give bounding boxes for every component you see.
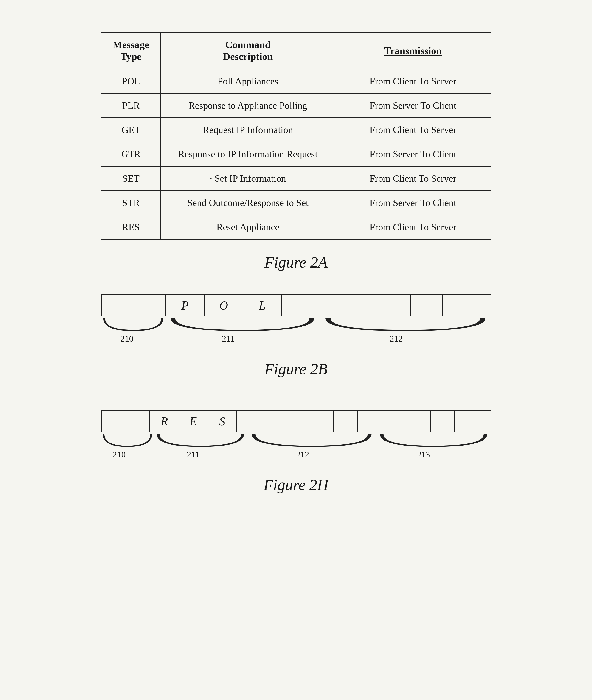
- msg-desc-plr: Response to Appliance Polling: [161, 93, 335, 118]
- figure-2b-section: P O L 210 211: [28, 294, 564, 383]
- brace-h211-svg: [154, 432, 247, 448]
- table-section: MessageType CommandDescription Transmiss…: [28, 32, 564, 276]
- packet-row-2b: P O L: [101, 294, 491, 316]
- msg-desc-gtr: Response to IP Information Request: [161, 142, 335, 166]
- cell-blank-h11: [455, 411, 490, 432]
- msg-trans-str: From Server To Client: [335, 191, 491, 215]
- figure-2h-diagram: R E S 210 211: [101, 410, 491, 462]
- figure-2b-label: Figure 2B: [264, 360, 328, 378]
- cell-E: E: [179, 411, 208, 432]
- cell-blank-h2: [237, 411, 261, 432]
- packet-row-2h: R E S: [101, 410, 491, 432]
- msg-trans-gtr: From Server To Client: [335, 142, 491, 166]
- msg-desc-str: Send Outcome/Response to Set: [161, 191, 335, 215]
- brace-h213-label: 213: [417, 449, 430, 460]
- brace-row-2h: 210 211 212 213: [101, 432, 491, 462]
- cell-blank-h7: [358, 411, 382, 432]
- brace-h213-svg: [376, 432, 491, 448]
- cell-L: L: [243, 295, 282, 316]
- cell-O: O: [204, 295, 243, 316]
- cell-blank-3: [314, 295, 346, 316]
- msg-desc-get: Request IP Information: [161, 118, 335, 142]
- brace-210-label: 210: [120, 334, 134, 344]
- msg-trans-plr: From Server To Client: [335, 93, 491, 118]
- msg-type-get: GET: [101, 118, 161, 142]
- header-message-type: MessageType: [101, 32, 161, 69]
- msg-type-gtr: GTR: [101, 142, 161, 166]
- msg-trans-pol: From Client To Server: [335, 69, 491, 93]
- table-row: SET · Set IP Information From Client To …: [101, 166, 491, 191]
- msg-desc-res: Reset Appliance: [161, 215, 335, 239]
- cell-blank-6: [411, 295, 443, 316]
- msg-type-str: STR: [101, 191, 161, 215]
- cell-blank-h9: [406, 411, 430, 432]
- cell-S: S: [208, 411, 237, 432]
- msg-trans-res: From Client To Server: [335, 215, 491, 239]
- cell-blank-5: [378, 295, 410, 316]
- table-row: GTR Response to IP Information Request F…: [101, 142, 491, 166]
- cell-blank-h10: [431, 411, 455, 432]
- msg-type-set: SET: [101, 166, 161, 191]
- cell-R: R: [149, 411, 179, 432]
- table-row: STR Send Outcome/Response to Set From Se…: [101, 191, 491, 215]
- cell-blank-1: [102, 295, 166, 316]
- brace-211-svg: [165, 316, 319, 332]
- brace-211-label: 211: [222, 334, 235, 344]
- cell-blank-4: [346, 295, 378, 316]
- figure-2b-diagram: P O L 210 211: [101, 294, 491, 346]
- msg-type-plr: PLR: [101, 93, 161, 118]
- header-transmission: Transmission: [335, 32, 491, 69]
- brace-212-label: 212: [390, 334, 403, 344]
- table-row: GET Request IP Information From Client T…: [101, 118, 491, 142]
- msg-desc-set: · Set IP Information: [161, 166, 335, 191]
- cell-blank-h5: [309, 411, 334, 432]
- brace-row-2b: 210 211 212: [101, 316, 491, 346]
- message-table: MessageType CommandDescription Transmiss…: [101, 32, 491, 239]
- msg-trans-get: From Client To Server: [335, 118, 491, 142]
- cell-blank-h4: [285, 411, 309, 432]
- table-row: POL Poll Appliances From Client To Serve…: [101, 69, 491, 93]
- header-command-description: CommandDescription: [161, 32, 335, 69]
- msg-type-pol: POL: [101, 69, 161, 93]
- brace-h212-label: 212: [296, 449, 309, 460]
- cell-blank-2: [282, 295, 314, 316]
- brace-210-svg: [101, 316, 165, 332]
- figure-2h-section: R E S 210 211: [28, 410, 564, 498]
- cell-blank-h6: [334, 411, 358, 432]
- figure-2h-label: Figure 2H: [263, 476, 329, 494]
- brace-h212-svg: [247, 432, 376, 448]
- brace-h211-label: 211: [187, 449, 200, 460]
- cell-P: P: [165, 295, 204, 316]
- cell-blank-h8: [382, 411, 406, 432]
- table-row: PLR Response to Appliance Polling From S…: [101, 93, 491, 118]
- msg-desc-pol: Poll Appliances: [161, 69, 335, 93]
- msg-type-res: RES: [101, 215, 161, 239]
- cell-blank-h3: [261, 411, 285, 432]
- msg-trans-set: From Client To Server: [335, 166, 491, 191]
- brace-212-svg: [319, 316, 491, 332]
- cell-blank-h1: [102, 411, 150, 432]
- brace-h210-label: 210: [113, 449, 126, 460]
- brace-h210-svg: [101, 432, 154, 448]
- cell-blank-7: [443, 295, 491, 316]
- figure-2a-label: Figure 2A: [264, 253, 328, 271]
- table-row: RES Reset Appliance From Client To Serve…: [101, 215, 491, 239]
